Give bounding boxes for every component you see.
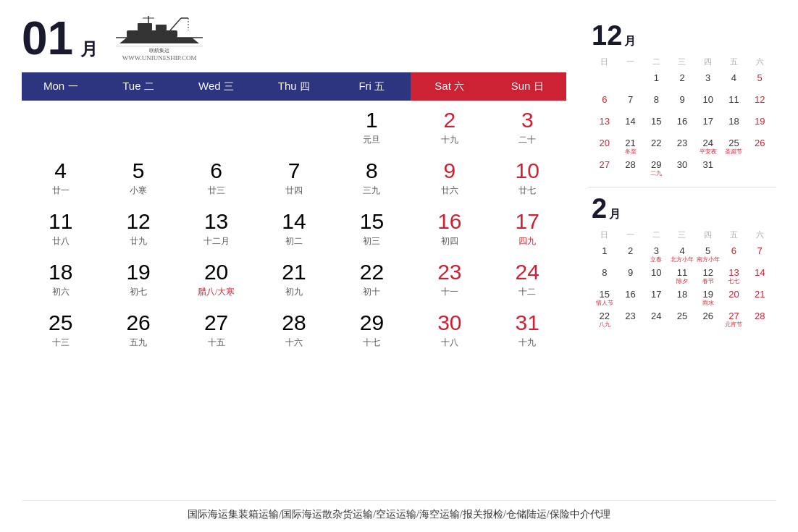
jan-day: 29十七 <box>333 305 411 355</box>
jan-day: 11廿八 <box>22 203 99 254</box>
jan-calendar-grid: Mon 一Tue 二Wed 三Thu 四Fri 五Sat 六Sun 日 1元旦2… <box>22 72 566 355</box>
jan-day: 23十一 <box>411 254 488 305</box>
cal-header-row: Mon 一Tue 二Wed 三Thu 四Fri 五Sat 六Sun 日 <box>22 72 566 101</box>
feb-grid: 日一二三四五六 123立春4北方小年5南方小年67891011除夕12春节13七… <box>592 228 773 331</box>
jan-header-cell: Wed 三 <box>177 72 255 101</box>
jan-day: 5小寒 <box>99 153 177 203</box>
jan-day: 25十三 <box>22 305 99 355</box>
mini-day: 8 <box>643 93 669 114</box>
mini-header-cell: 四 <box>695 55 721 69</box>
jan-day: 18初六 <box>22 254 99 305</box>
mini-header-cell: 一 <box>618 228 644 242</box>
mini-day: 28 <box>618 158 644 180</box>
mini-day: 27 <box>592 158 618 180</box>
mini-day: 17 <box>695 114 721 136</box>
mini-header-cell: 一 <box>618 55 644 69</box>
mini-day: 15 <box>643 114 669 136</box>
mini-day: 26 <box>695 309 721 331</box>
mini-day: 18 <box>721 114 747 136</box>
mini-header-cell: 六 <box>747 55 773 69</box>
mini-day: 25 <box>669 309 695 331</box>
jan-day: 15初三 <box>333 203 411 254</box>
mini-day: 5南方小年 <box>695 244 721 266</box>
mini-header-cell: 三 <box>669 228 695 242</box>
mini-day: 24平安夜 <box>695 136 721 158</box>
jan-day: 1元旦 <box>333 102 411 153</box>
jan-day: 22初十 <box>333 254 411 305</box>
mini-header-cell: 日 <box>592 55 618 69</box>
jan-month-label: 月 <box>80 38 98 61</box>
mini-header-cell: 四 <box>695 228 721 242</box>
jan-header-cell: Sun 日 <box>489 72 566 101</box>
mini-day: 19 <box>747 114 773 136</box>
mini-day: 4 <box>721 71 747 93</box>
jan-day: 27十五 <box>177 305 255 355</box>
jan-day: 3二十 <box>489 102 566 153</box>
mini-day: 3 <box>695 71 721 93</box>
mini-header-cell: 三 <box>669 55 695 69</box>
mini-header-cell: 六 <box>747 228 773 242</box>
jan-day: 6廿三 <box>177 153 255 203</box>
dec-month-label: 月 <box>624 34 636 49</box>
mini-day: 21冬至 <box>618 136 644 158</box>
mini-day: 21 <box>747 287 773 309</box>
right-section: 12 月 日一二三四五六 123456789101112131415161718… <box>588 14 776 500</box>
jan-header-cell: Mon 一 <box>22 72 99 101</box>
jan-day: 2十九 <box>411 102 488 153</box>
mini-day: 10 <box>695 93 721 114</box>
mini-day: 30 <box>669 158 695 180</box>
jan-section: 01 月 <box>22 14 566 500</box>
mini-day: 2 <box>669 71 695 93</box>
mini-day: 18 <box>669 287 695 309</box>
dec-body: 123456789101112131415161718192021冬至22232… <box>592 71 773 180</box>
mini-day: 14 <box>747 266 773 287</box>
jan-day: 9廿六 <box>411 153 488 203</box>
mini-day: 12春节 <box>695 266 721 287</box>
mini-day: 11除夕 <box>669 266 695 287</box>
mini-day: 29二九 <box>643 158 669 180</box>
jan-header-cell: Tue 二 <box>99 72 177 101</box>
mini-day: 26 <box>747 136 773 158</box>
mini-day: 19雨水 <box>695 287 721 309</box>
mini-header-cell: 二 <box>643 228 669 242</box>
mini-day: 1 <box>592 244 618 266</box>
footer: 国际海运集装箱运输/国际海运散杂货运输/空运运输/海空运输/报关报检/仓储陆运/… <box>22 500 776 521</box>
mini-day: 20 <box>592 136 618 158</box>
jan-cal-body: 1元旦2十九3二十4廿一5小寒6廿三7廿四8三九9廿六10廿七11廿八12廿九1… <box>22 102 566 355</box>
mini-day: 23 <box>669 136 695 158</box>
svg-rect-2 <box>138 23 152 30</box>
mini-day: 28 <box>747 309 773 331</box>
feb-mini-cal: 2 月 日一二三四五六 123立春4北方小年5南方小年67891011除夕12春… <box>588 187 776 338</box>
mini-day: 7 <box>618 93 644 114</box>
mini-header-cell: 二 <box>643 55 669 69</box>
jan-day: 20腊八/大寒 <box>177 254 255 305</box>
jan-month-num: 01 <box>22 15 73 62</box>
mini-day: 5 <box>747 71 773 93</box>
mini-day: 25圣诞节 <box>721 136 747 158</box>
mini-day: 20 <box>721 287 747 309</box>
mini-day: 24 <box>643 309 669 331</box>
mini-day: 15情人节 <box>592 287 618 309</box>
ship-logo-icon: 联航集运 <box>112 14 206 54</box>
svg-rect-1 <box>127 30 177 38</box>
svg-text:联航集运: 联航集运 <box>149 48 169 53</box>
jan-day: 8三九 <box>333 153 411 203</box>
dec-mini-cal: 12 月 日一二三四五六 123456789101112131415161718… <box>588 14 776 187</box>
mini-day: 8 <box>592 266 618 287</box>
jan-day: 30十八 <box>411 305 488 355</box>
mini-header-cell: 五 <box>721 228 747 242</box>
jan-day: 13十二月 <box>177 203 255 254</box>
mini-day: 9 <box>669 93 695 114</box>
dec-grid: 日一二三四五六 12345678910111213141516171819202… <box>592 55 773 180</box>
mini-day: 16 <box>669 114 695 136</box>
mini-day: 22八九 <box>592 309 618 331</box>
mini-day: 6 <box>721 244 747 266</box>
logo-area: 联航集运 WWW.UNIUNESHIP.COM <box>112 14 206 62</box>
feb-month-num: 2 <box>592 195 607 222</box>
mini-day: 16 <box>618 287 644 309</box>
mini-day: 13 <box>592 114 618 136</box>
jan-header-cell: Sat 六 <box>411 72 488 101</box>
mini-day: 6 <box>592 93 618 114</box>
mini-day: 10 <box>643 266 669 287</box>
mini-day: 14 <box>618 114 644 136</box>
